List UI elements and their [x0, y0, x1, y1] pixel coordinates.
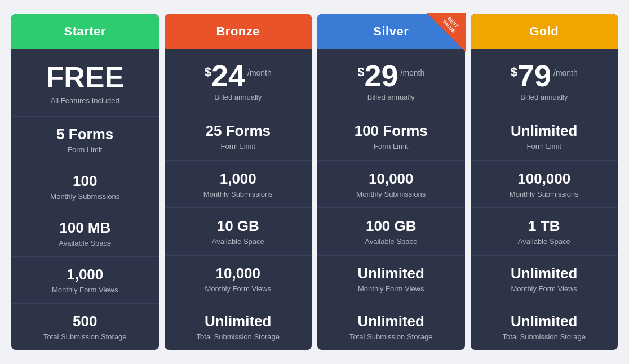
best-value-badge: BEST VALUE — [427, 13, 466, 52]
feature-label-starter-0: Form Limit — [17, 145, 153, 154]
feature-row-bronze-3: 10,000Monthly Form Views — [165, 256, 312, 303]
plan-card-gold: Gold$79/monthBilled annuallyUnlimitedFor… — [471, 14, 618, 350]
feature-label-bronze-2: Available Space — [170, 237, 307, 246]
feature-label-silver-1: Monthly Submissions — [323, 190, 459, 198]
price-free-label: FREE — [17, 60, 153, 94]
feature-label-starter-3: Monthly Form Views — [17, 286, 153, 294]
feature-row-starter-3: 1,000Monthly Form Views — [11, 257, 159, 304]
feature-value-bronze-1: 1,000 — [170, 170, 307, 188]
feature-label-gold-0: Form Limit — [476, 142, 613, 150]
feature-row-silver-1: 10,000Monthly Submissions — [317, 161, 465, 208]
feature-value-silver-1: 10,000 — [323, 170, 459, 188]
feature-row-silver-4: UnlimitedTotal Submission Storage — [317, 303, 465, 350]
feature-value-gold-4: Unlimited — [476, 313, 613, 330]
feature-row-starter-1: 100Monthly Submissions — [11, 163, 159, 210]
plan-header-starter: Starter — [11, 14, 159, 49]
feature-label-silver-4: Total Submission Storage — [323, 332, 459, 341]
feature-value-starter-0: 5 Forms — [17, 126, 153, 143]
feature-row-silver-0: 100 FormsForm Limit — [317, 113, 465, 161]
feature-row-gold-0: UnlimitedForm Limit — [471, 113, 618, 161]
price-subtitle-bronze: Billed annually — [170, 93, 307, 101]
feature-label-bronze-3: Monthly Form Views — [170, 285, 307, 293]
feature-value-bronze-2: 10 GB — [170, 217, 307, 235]
feature-value-gold-3: Unlimited — [476, 265, 613, 282]
price-dollar: $ — [511, 65, 517, 79]
plan-header-gold: Gold — [471, 14, 618, 49]
feature-value-bronze-3: 10,000 — [170, 265, 307, 282]
price-section-gold: $79/monthBilled annually — [471, 49, 618, 113]
feature-row-starter-0: 5 FormsForm Limit — [11, 117, 159, 163]
feature-value-gold-0: Unlimited — [476, 122, 613, 140]
feature-row-gold-4: UnlimitedTotal Submission Storage — [471, 303, 618, 350]
feature-value-starter-4: 500 — [17, 313, 153, 330]
feature-label-starter-4: Total Submission Storage — [17, 332, 153, 341]
plan-card-silver: BEST VALUESilver$29/monthBilled annually… — [317, 14, 465, 350]
feature-label-gold-1: Monthly Submissions — [476, 190, 613, 198]
feature-label-bronze-0: Form Limit — [170, 142, 307, 150]
plan-card-starter: StarterFREEAll Features Included5 FormsF… — [11, 14, 159, 350]
feature-row-silver-3: UnlimitedMonthly Form Views — [317, 256, 465, 303]
price-subtitle-silver: Billed annually — [323, 93, 459, 101]
price-row-silver: $29/month — [323, 60, 459, 91]
price-amount: 29 — [364, 60, 398, 91]
feature-value-silver-2: 100 GB — [323, 217, 459, 235]
price-row-gold: $79/month — [476, 60, 613, 91]
price-period: /month — [247, 68, 272, 77]
price-section-bronze: $24/monthBilled annually — [165, 49, 312, 113]
feature-row-starter-4: 500Total Submission Storage — [11, 304, 159, 350]
feature-label-starter-2: Available Space — [17, 239, 153, 247]
plan-name-starter: Starter — [17, 24, 153, 39]
feature-row-silver-2: 100 GBAvailable Space — [317, 208, 465, 255]
feature-value-starter-2: 100 MB — [17, 219, 153, 237]
feature-row-gold-1: 100,000Monthly Submissions — [471, 161, 618, 208]
feature-label-silver-3: Monthly Form Views — [323, 285, 459, 293]
feature-row-gold-2: 1 TBAvailable Space — [471, 208, 618, 255]
price-amount: 24 — [211, 60, 245, 91]
feature-row-bronze-1: 1,000Monthly Submissions — [165, 161, 312, 208]
feature-value-bronze-4: Unlimited — [170, 313, 307, 330]
price-subtitle-gold: Billed annually — [476, 93, 613, 101]
price-dollar: $ — [357, 65, 364, 79]
feature-label-silver-2: Available Space — [323, 237, 459, 246]
price-row-bronze: $24/month — [170, 60, 307, 91]
plan-header-bronze: Bronze — [165, 14, 312, 49]
feature-label-gold-4: Total Submission Storage — [476, 332, 613, 341]
feature-label-starter-1: Monthly Submissions — [17, 192, 153, 201]
feature-value-silver-0: 100 Forms — [323, 122, 459, 140]
price-period: /month — [553, 68, 578, 77]
feature-label-bronze-1: Monthly Submissions — [170, 190, 307, 198]
feature-label-bronze-4: Total Submission Storage — [170, 332, 307, 341]
plan-name-gold: Gold — [476, 24, 613, 39]
price-section-starter: FREEAll Features Included — [11, 49, 159, 117]
plan-card-bronze: Bronze$24/monthBilled annually25 FormsFo… — [165, 14, 312, 350]
feature-value-silver-3: Unlimited — [323, 265, 459, 282]
feature-value-starter-3: 1,000 — [17, 266, 153, 283]
best-value-text: BEST VALUE — [437, 13, 465, 38]
plan-name-bronze: Bronze — [170, 24, 307, 39]
feature-value-gold-1: 100,000 — [476, 170, 613, 188]
feature-value-gold-2: 1 TB — [476, 217, 613, 235]
feature-row-bronze-0: 25 FormsForm Limit — [165, 113, 312, 161]
price-period: /month — [401, 68, 425, 77]
price-subtitle-starter: All Features Included — [17, 96, 153, 105]
feature-row-bronze-4: UnlimitedTotal Submission Storage — [165, 303, 312, 350]
feature-row-starter-2: 100 MBAvailable Space — [11, 210, 159, 257]
feature-label-gold-2: Available Space — [476, 237, 613, 246]
feature-value-starter-1: 100 — [17, 172, 153, 190]
price-dollar: $ — [205, 65, 211, 79]
feature-row-gold-3: UnlimitedMonthly Form Views — [471, 256, 618, 303]
price-section-silver: $29/monthBilled annually — [317, 49, 465, 113]
price-amount: 79 — [517, 60, 551, 91]
feature-label-silver-0: Form Limit — [323, 142, 459, 150]
feature-value-bronze-0: 25 Forms — [170, 122, 307, 140]
pricing-grid: StarterFREEAll Features Included5 FormsF… — [11, 14, 618, 350]
feature-label-gold-3: Monthly Form Views — [476, 285, 613, 293]
feature-row-bronze-2: 10 GBAvailable Space — [165, 208, 312, 255]
feature-value-silver-4: Unlimited — [323, 313, 459, 330]
